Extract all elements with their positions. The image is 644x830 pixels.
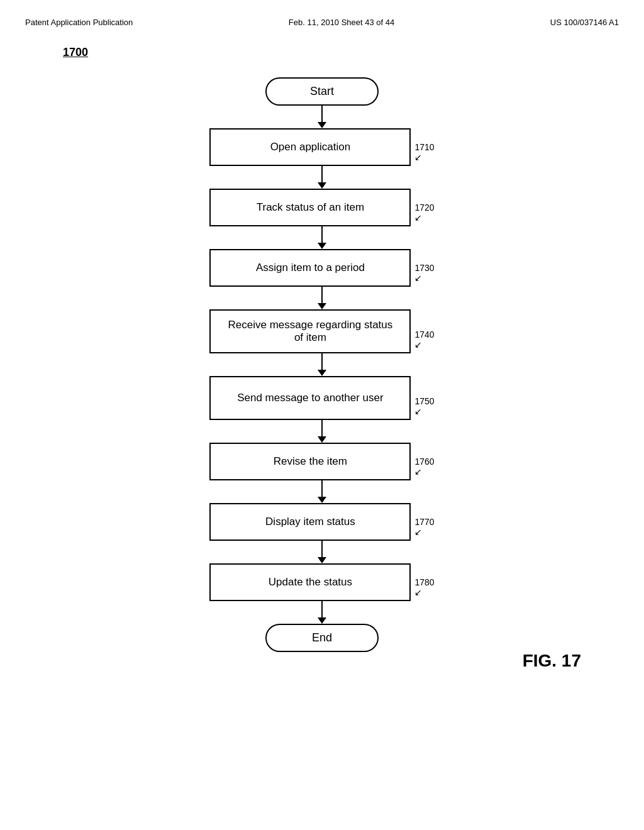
arrow-0 [318,106,326,128]
node-1780: Update the status [209,563,411,601]
ref-1720: 1720↙ [414,202,434,223]
arrow-line [321,226,323,243]
arrow-head [318,436,326,443]
arrow-head [318,122,326,128]
node-1770: Display item status [209,503,411,541]
arrow-1 [318,166,326,189]
arrow-line [321,106,323,122]
diagram-label: 1700 [63,46,88,59]
node-start: Start [265,77,379,106]
ref-1750: 1750↙ [414,396,434,416]
ref-1740: 1740↙ [414,329,434,350]
arrow-5 [318,420,326,443]
node-1760: Revise the item [209,443,411,480]
ref-1780: 1780↙ [414,577,434,597]
node-end: End [265,624,379,652]
arrow-head [318,557,326,563]
node-row-1750: Send message to another user 1750↙ [209,376,434,420]
arrow-head [318,370,326,376]
arrow-head [318,303,326,309]
node-row-1740: Receive message regarding status of item… [209,309,434,353]
arrow-line [321,480,323,497]
arrow-head [318,617,326,624]
node-row-1710: Open application 1710↙ [209,128,434,166]
node-1720: Track status of an item [209,189,411,226]
node-row-1760: Revise the item 1760↙ [209,443,434,480]
ref-1770: 1770↙ [414,517,434,537]
diagram-container: 1700 Start Open application 1710↙ Track … [0,33,644,690]
node-with-ref-1710: Open application 1710↙ [209,128,434,166]
node-with-ref-1770: Display item status 1770↙ [209,503,434,541]
arrow-head [318,497,326,503]
arrow-line [321,420,323,436]
page-header: Patent Application Publication Feb. 11, … [0,0,644,33]
header-right: US 100/037146 A1 [550,18,619,27]
node-with-ref-1740: Receive message regarding status of item… [209,309,434,353]
node-row-start: Start [209,77,434,106]
arrow-line [321,353,323,370]
node-with-ref-1780: Update the status 1780↙ [209,563,434,601]
arrow-4 [318,353,326,376]
node-with-ref-1720: Track status of an item 1720↙ [209,189,434,226]
arrow-6 [318,480,326,503]
arrow-line [321,166,323,182]
node-1730: Assign item to a period [209,249,411,287]
node-1710: Open application [209,128,411,166]
arrow-line [321,287,323,303]
node-row-1720: Track status of an item 1720↙ [209,189,434,226]
node-with-ref-1750: Send message to another user 1750↙ [209,376,434,420]
header-middle: Feb. 11, 2010 Sheet 43 of 44 [289,18,394,27]
node-row-1770: Display item status 1770↙ [209,503,434,541]
arrow-2 [318,226,326,249]
node-1740: Receive message regarding status of item [209,309,411,353]
arrow-line [321,601,323,617]
ref-1760: 1760↙ [414,456,434,477]
arrow-line [321,541,323,557]
arrow-7 [318,541,326,563]
ref-1730: 1730↙ [414,263,434,283]
flow-wrapper: Start Open application 1710↙ Track statu… [209,77,434,652]
header-left: Patent Application Publication [25,18,133,27]
ref-1710: 1710↙ [414,142,434,162]
node-row-1730: Assign item to a period 1730↙ [209,249,434,287]
node-1750: Send message to another user [209,376,411,420]
fig-label: FIG. 17 [523,651,581,671]
arrow-head [318,182,326,189]
node-with-ref-1760: Revise the item 1760↙ [209,443,434,480]
arrow-head [318,243,326,249]
arrow-8 [318,601,326,624]
node-row-end: End [209,624,434,652]
arrow-3 [318,287,326,309]
node-row-1780: Update the status 1780↙ [209,563,434,601]
node-with-ref-1730: Assign item to a period 1730↙ [209,249,434,287]
